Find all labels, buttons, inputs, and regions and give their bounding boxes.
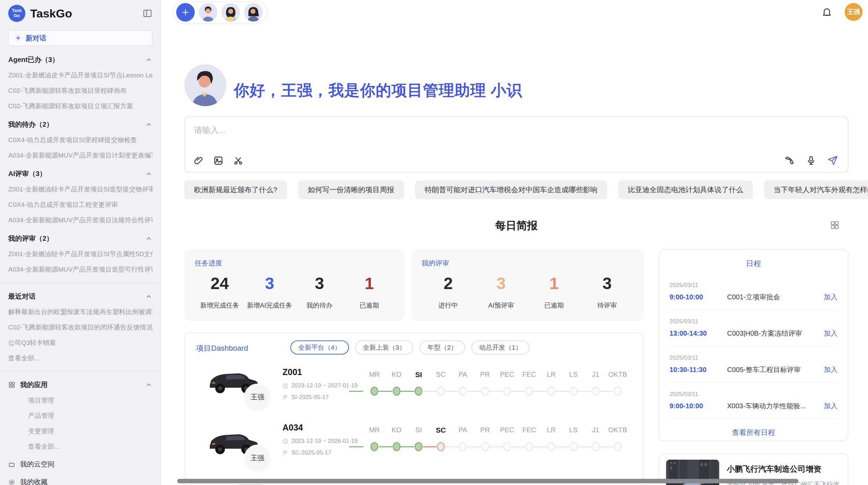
project-dates: 2023-12-19 ~ 2026-01-19 xyxy=(282,438,358,445)
sidebar-item-project-mgmt[interactable]: 项目管理 xyxy=(8,396,153,405)
avatar[interactable] xyxy=(244,3,263,22)
list-item[interactable]: A034-全新新能源MUV产品开发项目计划变更表编写 xyxy=(8,151,153,160)
sidebar-item-view-all-apps[interactable]: 查看全部... xyxy=(8,442,153,451)
event-time: 9:00-10:00 xyxy=(670,293,727,301)
user-avatar[interactable]: 王强 xyxy=(845,3,863,21)
phone-call-icon[interactable] xyxy=(785,155,795,165)
join-link[interactable]: 加入 xyxy=(824,329,837,338)
chevron-up-icon xyxy=(145,170,153,178)
avatar[interactable] xyxy=(221,3,240,22)
divider xyxy=(0,371,161,371)
my-apps-label: 我的应用 xyxy=(20,380,48,389)
chat-input[interactable]: 请输入... xyxy=(184,116,848,173)
list-item[interactable]: C02-飞腾新能源轻客改款项目立项汇报方案 xyxy=(8,102,153,111)
event-title: C003|H0B-方案冻结评审 xyxy=(727,329,824,338)
stat: 3待评审 xyxy=(581,274,634,310)
layout-grid-icon[interactable] xyxy=(830,220,840,230)
group-header-recent-chats[interactable]: 最近对话 xyxy=(8,292,153,301)
session-pill xyxy=(173,1,267,23)
suggestion-chip[interactable]: 当下年轻人对汽车外观有怎样的喜好趋势 xyxy=(764,181,868,199)
sidebar: Task Go TaskGo 新对话 Agent已办（3） Z001-全新燃油皮… xyxy=(0,0,161,485)
suggestion-chip[interactable]: 特朗普可能对进口汽车增税会对中国车企造成哪些影响 xyxy=(415,181,607,199)
event-title: C001-立项审批会 xyxy=(727,293,824,302)
project-dashboard-card: 项目Dashboard 全新平台（4） 全新上装（3） 年型（2） 动总开发（1… xyxy=(184,332,644,485)
project-name[interactable]: Z001 xyxy=(282,367,302,377)
project-name[interactable]: A034 xyxy=(282,423,303,433)
list-item[interactable]: 公司Q3轻卡销量 xyxy=(8,338,153,347)
image-icon[interactable] xyxy=(213,156,224,166)
greeting-text: 你好，王强，我是你的项目管理助理 小识 xyxy=(234,80,522,101)
chevron-up-icon xyxy=(145,293,153,300)
list-item[interactable]: C02-飞腾新能源轻客改款项目的闭环通告反馈情况 xyxy=(8,323,153,332)
group-header-my-review[interactable]: 我的评审（2） xyxy=(8,234,153,243)
horizontal-scrollbar[interactable] xyxy=(177,479,798,483)
attachment-icon[interactable] xyxy=(193,156,204,166)
sidebar-item-product-mgmt[interactable]: 产品管理 xyxy=(8,411,153,420)
chevron-up-icon xyxy=(145,121,153,128)
event-date: 2025/03/11 xyxy=(670,355,837,361)
event-title: C005-整车工程目标评审 xyxy=(727,365,824,374)
list-item[interactable]: C02-飞腾新能源轻客改款项目里程碑画布 xyxy=(8,86,153,95)
clock-icon xyxy=(282,383,288,389)
project-milestone-flag: SI-2025-05-17 xyxy=(282,394,329,401)
milestone-track xyxy=(363,386,629,396)
project-milestone-flag: SC-2025-05-17 xyxy=(282,449,331,456)
dashboard-filters: 全新平台（4） 全新上装（3） 年型（2） 动总开发（1） xyxy=(290,340,530,355)
new-chat-label: 新对话 xyxy=(26,34,46,43)
news-title: 小鹏飞行汽车制造公司增资 xyxy=(727,464,841,474)
suggestion-chips: 欧洲新规最近颁布了什么? 如何写一份清晰的项目周报 特朗普可能对进口汽车增税会对… xyxy=(184,181,848,199)
sidebar-item-change-mgmt[interactable]: 变更管理 xyxy=(8,427,153,436)
group-header-agent-done[interactable]: Agent已办（3） xyxy=(8,55,153,64)
topbar-right: 王强 xyxy=(821,3,863,21)
app-title: TaskGo xyxy=(30,7,137,20)
group-title: 我的评审（2） xyxy=(8,234,53,243)
list-item[interactable]: C0X4-动力总成开发项目SI里程碑提交物检查 xyxy=(8,136,153,145)
filter-pill[interactable]: 动总开发（1） xyxy=(471,340,530,355)
avatar[interactable] xyxy=(199,3,217,22)
app-grid-icon xyxy=(8,381,15,388)
notification-bell-icon[interactable] xyxy=(821,7,832,17)
microphone-icon[interactable] xyxy=(806,155,816,165)
group-title: 最近对话 xyxy=(8,292,36,301)
list-item[interactable]: Z001-全新燃油轻卡产品开发项目SI造型提交物评审 xyxy=(8,185,153,194)
filter-pill[interactable]: 全新上装（3） xyxy=(355,340,414,355)
group-header-ai-review[interactable]: AI评审（3） xyxy=(8,169,153,178)
plus-icon xyxy=(181,8,190,17)
join-link[interactable]: 加入 xyxy=(824,365,837,374)
list-item[interactable]: Z001-全新燃油轻卡产品开发项目SI节点属性5D文件评审 xyxy=(8,250,153,259)
group-header-my-todo[interactable]: 我的待办（2） xyxy=(8,120,153,129)
sidebar-collapse-icon[interactable] xyxy=(142,8,153,18)
list-item[interactable]: A034-全新新能源MUV产品开发项目造型可行性评审 xyxy=(8,265,153,274)
stat: 2进行中 xyxy=(422,274,475,310)
sidebar-item-my-cloud[interactable]: 我的云空间 xyxy=(8,460,153,469)
filter-pill[interactable]: 年型（2） xyxy=(420,340,465,355)
filter-pill[interactable]: 全新平台（4） xyxy=(290,340,349,355)
list-item[interactable]: A034-全新新能源MUV产品开发项目法规符合性评审 xyxy=(8,216,153,225)
list-item[interactable]: 解释最新出台的欧盟报废车法规再生塑料比例被调至15%... xyxy=(8,308,153,316)
divider xyxy=(670,310,837,310)
taskgo-app: Task Go TaskGo 新对话 Agent已办（3） Z001-全新燃油皮… xyxy=(0,0,868,485)
send-icon[interactable] xyxy=(827,155,838,166)
scissors-icon[interactable] xyxy=(233,156,243,166)
schedule-event: 2025/03/11 10:30-11:30 C005-整车工程目标评审 加入 xyxy=(670,355,837,383)
join-link[interactable]: 加入 xyxy=(824,401,837,411)
group-title: 我的待办（2） xyxy=(8,120,53,129)
chat-input-placeholder: 请输入... xyxy=(194,125,226,136)
stat: 24新增完成任务 xyxy=(195,274,245,310)
join-link[interactable]: 加入 xyxy=(824,293,837,302)
sidebar-item-my-favorites[interactable]: 我的收藏 xyxy=(8,477,153,485)
sidebar-item-my-apps[interactable]: 我的应用 xyxy=(8,380,153,389)
list-item[interactable]: C0X4-动力总成开发项目工程变更评审 xyxy=(8,200,153,209)
suggestion-chip[interactable]: 比亚迪全固态电池计划具体说了什么 xyxy=(618,181,753,199)
suggestion-chip[interactable]: 欧洲新规最近颁布了什么? xyxy=(184,181,287,199)
add-session-button[interactable] xyxy=(176,3,195,22)
stat: 3新增AI完成任务 xyxy=(245,274,295,310)
list-item[interactable]: Z001-全新燃油皮卡产品开发项目SI节点Lesson Learn报告 xyxy=(8,71,153,80)
suggestion-chip[interactable]: 如何写一份清晰的项目周报 xyxy=(298,181,404,199)
list-item[interactable]: 查看全部... xyxy=(8,354,153,363)
cloud-folder-icon xyxy=(8,461,15,468)
new-chat-button[interactable]: 新对话 xyxy=(8,30,153,46)
view-all-schedule-link[interactable]: 查看所有日程 xyxy=(670,428,837,437)
badge-icon xyxy=(8,479,15,485)
card-title: 任务进度 xyxy=(195,259,394,268)
